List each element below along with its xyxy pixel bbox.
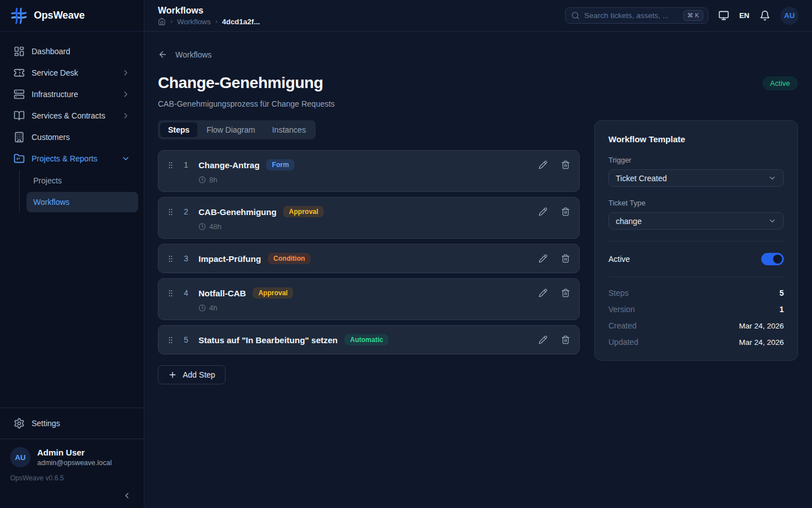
sidebar-item-label: Infrastructure [32, 90, 78, 99]
notifications-button[interactable] [760, 10, 770, 21]
tab-instances[interactable]: Instances [264, 122, 314, 137]
app-name: OpsWeave [34, 10, 85, 21]
ticket-icon [14, 67, 25, 78]
step-title: Status auf "In Bearbeitung" setzen [198, 335, 338, 345]
delete-step-button[interactable] [561, 160, 570, 169]
step-number: 3 [179, 252, 193, 265]
sidebar-item-label: Dashboard [32, 47, 70, 56]
step-card-5: 5 Status auf "In Bearbeitung" setzen Aut… [158, 325, 580, 354]
step-actions [539, 205, 570, 218]
sidebar-bottom: Settings AU Admin User admin@opsweave.lo… [0, 408, 144, 508]
pencil-icon [539, 160, 548, 169]
plus-icon [168, 370, 177, 379]
sidebar-item-settings[interactable]: Settings [0, 408, 144, 439]
sidebar-item-projects[interactable]: Projects [27, 170, 138, 191]
bell-icon [760, 10, 770, 21]
step-actions [539, 252, 570, 265]
user-block[interactable]: AU Admin User admin@opsweave.local [0, 439, 144, 470]
meta-label: Created [608, 321, 637, 330]
step-card-1: 1 Change-Antrag Form [158, 150, 580, 192]
sidebar-item-services-contracts[interactable]: Services & Contracts [6, 105, 138, 126]
step-title: CAB-Genehmigung [198, 207, 276, 217]
sidebar-collapse-button[interactable] [122, 491, 131, 500]
step-type-badge: Form [266, 159, 294, 170]
sidebar-item-workflows[interactable]: Workflows [27, 192, 138, 212]
meta-value: Mar 24, 2026 [739, 338, 784, 347]
search-input[interactable] [584, 11, 679, 20]
main-content: Workflows Change-Genehmigung Active CAB-… [144, 32, 812, 508]
breadcrumb: › Workflows › 4dcd1a2f... [158, 17, 260, 26]
step-actions [539, 158, 570, 172]
delete-step-button[interactable] [561, 207, 570, 216]
step-duration: 4h [198, 304, 532, 312]
add-step-button[interactable]: Add Step [158, 365, 226, 384]
display-mode-button[interactable] [718, 10, 729, 21]
drag-handle-icon[interactable] [166, 333, 175, 347]
sidebar-item-customers[interactable]: Customers [6, 126, 138, 148]
chevron-right-icon [121, 111, 130, 120]
trigger-value: Ticket Created [616, 174, 667, 183]
tab-flow-diagram[interactable]: Flow Diagram [198, 122, 263, 137]
global-search[interactable]: ⌘ K [565, 7, 708, 24]
trash-icon [561, 254, 570, 263]
tab-bar: Steps Flow Diagram Instances [158, 120, 316, 139]
step-duration-value: 4h [209, 304, 217, 312]
chevron-right-icon [121, 90, 130, 99]
step-type-badge: Condition [268, 253, 311, 264]
edit-step-button[interactable] [539, 207, 548, 216]
step-title: Notfall-CAB [198, 288, 246, 298]
step-number: 2 [179, 205, 193, 218]
workflow-template-panel: Workflow Template Trigger Ticket Created… [594, 120, 798, 361]
edit-step-button[interactable] [539, 254, 548, 263]
ticket-type-select[interactable]: change [608, 212, 784, 230]
meta-value: 1 [779, 305, 784, 314]
trash-icon [561, 207, 570, 216]
step-title: Impact-Prüfung [198, 254, 261, 264]
tab-steps[interactable]: Steps [160, 122, 197, 137]
chevron-down-icon [768, 217, 776, 225]
topbar-page-title: Workflows [158, 6, 260, 16]
user-name: Admin User [37, 447, 112, 458]
edit-step-button[interactable] [539, 288, 548, 297]
breadcrumb-workflows[interactable]: Workflows [177, 17, 211, 26]
page-title: Change-Genehmigung [158, 74, 323, 92]
delete-step-button[interactable] [561, 335, 570, 344]
delete-step-button[interactable] [561, 288, 570, 297]
meta-label: Steps [608, 288, 629, 297]
trash-icon [561, 335, 570, 344]
delete-step-button[interactable] [561, 254, 570, 263]
home-icon[interactable] [158, 17, 166, 25]
sidebar-item-label: Projects & Reports [32, 154, 98, 163]
building-icon [14, 132, 25, 143]
drag-handle-icon[interactable] [166, 286, 175, 300]
sidebar-item-service-desk[interactable]: Service Desk [6, 62, 138, 84]
sidebar-item-dashboard[interactable]: Dashboard [6, 41, 138, 62]
meta-row-version: Version 1 [608, 305, 784, 314]
content-row: Steps Flow Diagram Instances 1 [158, 120, 798, 384]
back-link-label[interactable]: Workflows [175, 50, 211, 59]
pencil-icon [539, 207, 548, 216]
sidebar-item-projects-reports[interactable]: Projects & Reports [6, 148, 138, 169]
back-button[interactable] [158, 50, 167, 59]
sidebar-item-infrastructure[interactable]: Infrastructure [6, 84, 138, 105]
search-icon [571, 11, 580, 20]
trigger-select[interactable]: Ticket Created [608, 169, 784, 187]
language-toggle[interactable]: EN [739, 11, 749, 20]
sidebar-item-label: Customers [32, 133, 70, 142]
user-email: admin@opsweave.local [37, 458, 112, 467]
drag-handle-icon[interactable] [166, 252, 175, 265]
edit-step-button[interactable] [539, 160, 548, 169]
edit-step-button[interactable] [539, 335, 548, 344]
step-number: 5 [179, 333, 193, 347]
meta-label: Version [608, 305, 635, 314]
active-toggle[interactable] [761, 253, 784, 265]
meta-label: Updated [608, 338, 638, 347]
back-row: Workflows [158, 50, 798, 59]
drag-handle-icon[interactable] [166, 205, 175, 218]
drag-handle-icon[interactable] [166, 158, 175, 172]
step-body: Status auf "In Bearbeitung" setzen Autom… [198, 333, 532, 347]
avatar[interactable]: AU [780, 7, 798, 25]
steps-column: Steps Flow Diagram Instances 1 [158, 120, 580, 384]
clock-icon [198, 304, 206, 312]
step-card-4: 4 Notfall-CAB Approval [158, 278, 580, 320]
